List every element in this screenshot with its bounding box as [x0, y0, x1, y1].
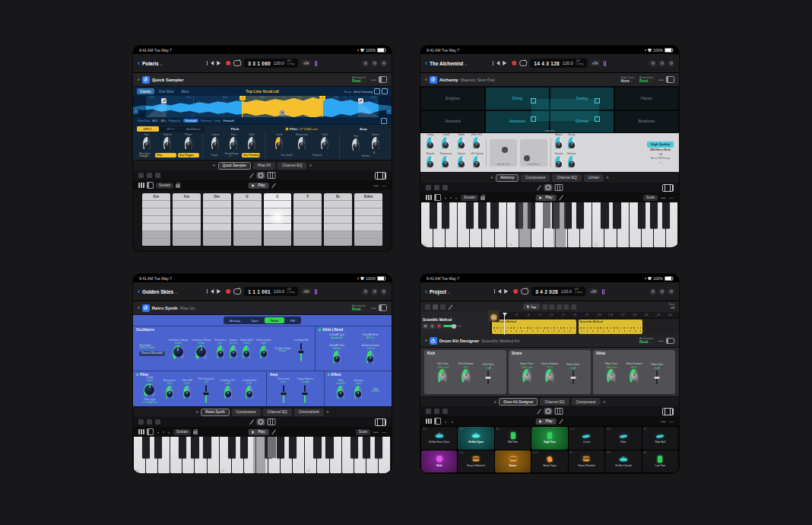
drum-pad[interactable]: C2 High Tom [531, 427, 567, 450]
drum-knob[interactable]: Kick Dampen0 % [458, 363, 474, 385]
chord-strip[interactable]: Am [173, 193, 201, 246]
black-key[interactable] [490, 202, 498, 228]
settings-icon[interactable] [649, 60, 656, 67]
play-transport-button[interactable] [504, 289, 510, 294]
drum-gain-slider[interactable]: Hihat Gain0 dB [652, 364, 664, 384]
plugin-chain-item[interactable]: Phat FX [253, 162, 275, 170]
sample-file-name[interactable]: Top Line Vocal.caf [246, 89, 278, 94]
loop-brackets-icon[interactable] [381, 118, 387, 124]
list-icon[interactable] [442, 185, 448, 190]
reverse-wavetable-button[interactable]: Reverse Wavetable [139, 352, 165, 357]
oscillator-knob[interactable]: Oscillator 2 Shape0.000 [192, 339, 211, 361]
add-plugin-button[interactable]: + [326, 409, 329, 415]
controls-view-button[interactable] [544, 408, 553, 415]
edit-pencil-icon[interactable] [558, 418, 563, 424]
glide-knob[interactable]: Glide/AB Time250 ms [321, 345, 352, 366]
plugin-chain-item[interactable]: Channel EQ [552, 174, 581, 182]
plugin-chain-item[interactable]: Quick Sampler [218, 162, 251, 170]
black-key[interactable] [350, 437, 358, 458]
plugin-preset[interactable]: Rise Up [180, 306, 195, 310]
loops-icon[interactable] [147, 419, 152, 425]
plugin-back-chevron[interactable]: ‹ [138, 305, 140, 311]
bar-ruler[interactable]: 12345678910111213141516 [491, 312, 679, 319]
transform-pad-cell[interactable]: Breathless [614, 110, 679, 134]
black-key[interactable] [277, 437, 284, 458]
zoom-fit-icon[interactable] [382, 88, 388, 94]
octave-down-button[interactable]: ‹ [156, 430, 160, 434]
cycle-button[interactable] [519, 60, 527, 66]
back-chevron[interactable]: ‹ [138, 288, 140, 295]
mixer-icon[interactable] [371, 288, 378, 295]
plugin-chain-item[interactable]: ChromaVerb [294, 409, 324, 416]
count-badge[interactable]: +54 [301, 288, 311, 294]
project-name[interactable]: Polaris [142, 61, 163, 66]
waveform-display[interactable]: 0.5s1.0s1.5s2.0s2.5s3.0s3.5s ‹ › ✕ › ‹ [133, 96, 392, 117]
back-chevron[interactable]: ‹ [425, 60, 427, 67]
black-key[interactable] [442, 202, 449, 228]
pencil-icon[interactable] [537, 185, 542, 190]
alchemy-knob[interactable]: Filter LFO [471, 134, 483, 152]
side-panel-icon[interactable] [147, 428, 154, 435]
glide-knob[interactable]: Autobend Depth-1.20 st [355, 345, 386, 366]
plugin-power-button[interactable] [430, 76, 437, 84]
grab-tool-icon[interactable] [571, 304, 576, 310]
chord-strip[interactable]: Em [142, 193, 170, 246]
chord-strip[interactable]: G [233, 193, 262, 246]
back-chevron[interactable]: ‹ [138, 60, 140, 67]
loop-start-handle[interactable]: ‹ [239, 96, 246, 100]
cutoff-knob[interactable]: Cutoff0.162Filter TypeLP 24dB Fat [143, 377, 157, 404]
pencil-icon[interactable] [448, 304, 453, 310]
sustain-button[interactable]: Sustain [156, 183, 173, 189]
play-mode-button[interactable]: Play [536, 418, 557, 425]
settings-icon[interactable] [362, 288, 369, 295]
drum-pad[interactable]: B1 Mid Tom [495, 427, 531, 450]
window-mode-icon[interactable] [379, 304, 387, 311]
drum-pad[interactable]: C#1 Snare Sidestick [458, 450, 493, 473]
xy-pad-puck[interactable] [502, 147, 508, 153]
record-button[interactable] [226, 61, 230, 65]
fade-out-handle[interactable] [358, 98, 363, 103]
solo-button[interactable]: S [430, 323, 435, 329]
drum-knob[interactable]: Snare Tune+150 cent [520, 363, 533, 385]
sustain-button[interactable]: Sustain [173, 429, 191, 435]
sampler-knob[interactable]: Drive [315, 134, 335, 152]
filter-led[interactable] [136, 374, 138, 376]
sampler-control[interactable]: Poly [155, 153, 176, 158]
transform-pad-selection[interactable] [531, 99, 598, 121]
transform-pad-cell[interactable]: Afterworld [420, 110, 485, 134]
chord-strip[interactable]: Bdim [354, 193, 382, 246]
drum-pad[interactable]: F2 Ride Bell [642, 427, 678, 450]
black-key[interactable] [228, 437, 236, 458]
oscillator-knob[interactable]: Oscillator 1 Shape0.000 [168, 339, 188, 361]
go-to-beginning-button[interactable] [493, 61, 498, 65]
settings-icon[interactable] [362, 60, 369, 67]
black-key[interactable] [662, 202, 670, 228]
collapse-icon[interactable]: — [382, 430, 386, 434]
plugin-preset[interactable]: Majestic Slow Pad [461, 78, 495, 82]
add-plugin-button[interactable]: + [603, 399, 606, 405]
lcd-display[interactable]: 14 4 3 128 120.0 4/4C maj [530, 59, 587, 68]
editors-icon[interactable] [440, 304, 446, 310]
ibeam-icon[interactable] [374, 88, 380, 94]
playback-reverse-button[interactable]: Reverse [201, 119, 211, 123]
plugin-back-chevron[interactable]: ‹ [138, 77, 140, 83]
chord-strip[interactable]: F [293, 193, 322, 246]
alchemy-knob[interactable]: Cutoff [439, 134, 452, 152]
loops-icon[interactable] [434, 185, 439, 190]
lock-icon[interactable] [481, 196, 485, 200]
oscillator-knob[interactable]: Semitones0 st [214, 339, 226, 361]
wavetable-select[interactable]: WavetableDefault TableReverse Wavetable [139, 345, 165, 357]
plugin-back-chevron[interactable]: ‹ [425, 338, 427, 344]
loop-end-handle[interactable]: › [319, 96, 325, 100]
drum-pad[interactable]: F#1 Hi-Hat Closed [605, 450, 641, 473]
controls-view-button[interactable] [544, 184, 553, 191]
browser-icon[interactable] [426, 185, 431, 190]
black-key[interactable] [142, 437, 150, 458]
record-button[interactable] [226, 289, 230, 294]
more-options-icon[interactable] [668, 60, 674, 67]
edit-pencil-icon[interactable] [271, 429, 276, 434]
sustain-button[interactable]: Sustain [461, 195, 478, 201]
xy-pad-puck[interactable] [524, 155, 530, 161]
drum-gain-slider[interactable]: Kick Gain-1 dB [483, 364, 493, 384]
tuner-icon[interactable] [603, 61, 607, 66]
